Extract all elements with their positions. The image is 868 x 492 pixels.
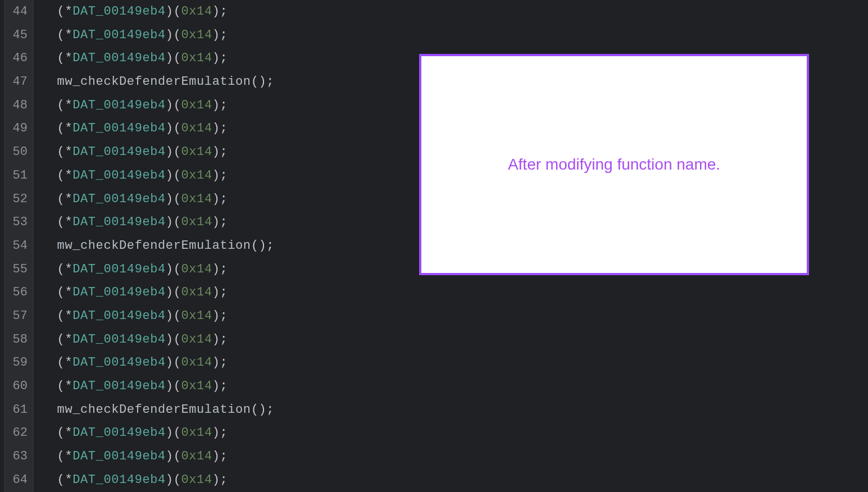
line-number: 54 (4, 234, 33, 258)
code-line[interactable]: (*DAT_00149eb4)(0x14); (42, 328, 868, 352)
code-line[interactable]: (*DAT_00149eb4)(0x14); (42, 421, 868, 445)
annotation-text: After modifying function name. (508, 156, 720, 174)
line-number: 55 (4, 258, 33, 281)
line-number: 49 (4, 117, 33, 140)
code-line[interactable]: (*DAT_00149eb4)(0x14); (42, 351, 868, 375)
line-number: 46 (4, 47, 33, 70)
line-number-gutter: 4445464748495051525354555657585960616263… (4, 0, 34, 492)
line-number: 50 (4, 140, 33, 164)
line-number: 61 (4, 398, 33, 422)
line-number: 60 (4, 375, 33, 398)
line-number: 52 (4, 188, 33, 211)
line-number: 63 (4, 445, 33, 468)
line-number: 51 (4, 164, 33, 188)
annotation-callout: After modifying function name. (419, 54, 809, 275)
line-number: 44 (4, 0, 33, 24)
line-number: 45 (4, 24, 33, 47)
line-number: 59 (4, 351, 33, 375)
line-number: 48 (4, 94, 33, 117)
code-line[interactable]: (*DAT_00149eb4)(0x14); (42, 468, 868, 492)
code-line[interactable]: (*DAT_00149eb4)(0x14); (42, 304, 868, 328)
code-line[interactable]: mw_checkDefenderEmulation(); (42, 398, 868, 422)
code-line[interactable]: (*DAT_00149eb4)(0x14); (42, 24, 868, 47)
line-number: 53 (4, 211, 33, 234)
code-line[interactable]: (*DAT_00149eb4)(0x14); (42, 281, 868, 304)
line-number: 57 (4, 304, 33, 328)
line-number: 56 (4, 281, 33, 304)
editor-left-margin (0, 0, 4, 492)
line-number: 62 (4, 421, 33, 445)
line-number: 47 (4, 70, 33, 94)
code-line[interactable]: (*DAT_00149eb4)(0x14); (42, 445, 868, 468)
line-number: 64 (4, 468, 33, 492)
code-line[interactable]: (*DAT_00149eb4)(0x14); (42, 375, 868, 398)
code-line[interactable]: (*DAT_00149eb4)(0x14); (42, 0, 868, 24)
line-number: 58 (4, 328, 33, 352)
